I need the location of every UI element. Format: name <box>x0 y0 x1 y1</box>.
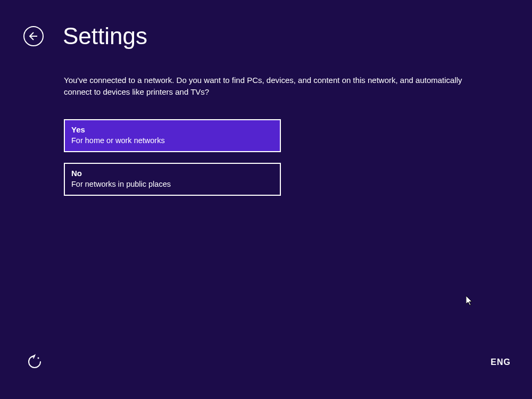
option-yes-title: Yes <box>71 124 273 135</box>
option-yes[interactable]: Yes For home or work networks <box>64 119 281 152</box>
svg-point-1 <box>38 358 39 359</box>
arrow-left-icon <box>28 31 39 41</box>
back-button[interactable] <box>23 26 44 46</box>
option-no[interactable]: No For networks in public places <box>64 163 281 196</box>
option-no-title: No <box>71 168 273 179</box>
svg-marker-2 <box>466 296 472 305</box>
mouse-cursor-icon <box>466 296 473 306</box>
language-indicator[interactable]: ENG <box>491 358 511 367</box>
option-no-subtitle: For networks in public places <box>71 179 273 189</box>
prompt-text: You've connected to a network. Do you wa… <box>64 74 468 98</box>
option-yes-subtitle: For home or work networks <box>71 135 273 146</box>
ease-of-access-icon <box>27 354 43 370</box>
ease-of-access-button[interactable] <box>27 354 43 370</box>
page-title: Settings <box>63 24 147 48</box>
